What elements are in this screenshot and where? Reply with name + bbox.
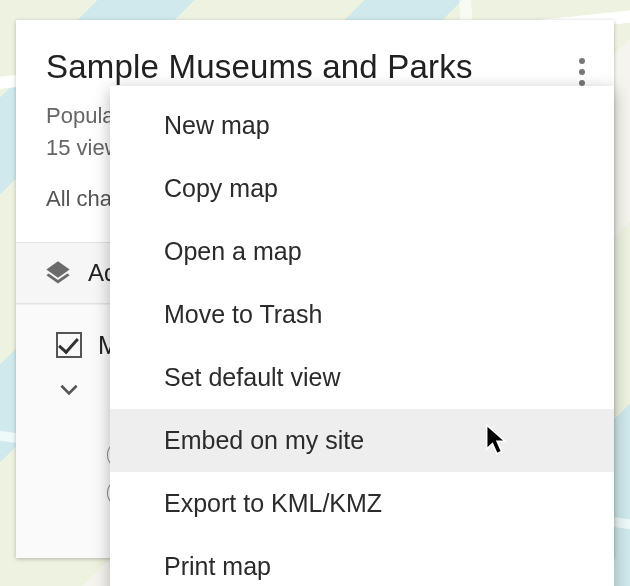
menu-item-move-to-trash[interactable]: Move to Trash: [110, 283, 614, 346]
menu-item-set-default-view[interactable]: Set default view: [110, 346, 614, 409]
menu-item-export-kml[interactable]: Export to KML/KMZ: [110, 472, 614, 535]
map-title[interactable]: Sample Museums and Parks: [46, 48, 590, 86]
menu-item-copy-map[interactable]: Copy map: [110, 157, 614, 220]
menu-item-print-map[interactable]: Print map: [110, 535, 614, 586]
layers-icon: [44, 259, 72, 287]
chevron-down-icon: [56, 376, 82, 402]
checkbox-icon[interactable]: [56, 332, 82, 358]
menu-item-embed-on-my-site[interactable]: Embed on my site: [110, 409, 614, 472]
menu-item-new-map[interactable]: New map: [110, 94, 614, 157]
options-menu: New map Copy map Open a map Move to Tras…: [110, 86, 614, 586]
menu-item-open-map[interactable]: Open a map: [110, 220, 614, 283]
more-options-button[interactable]: [568, 54, 596, 90]
